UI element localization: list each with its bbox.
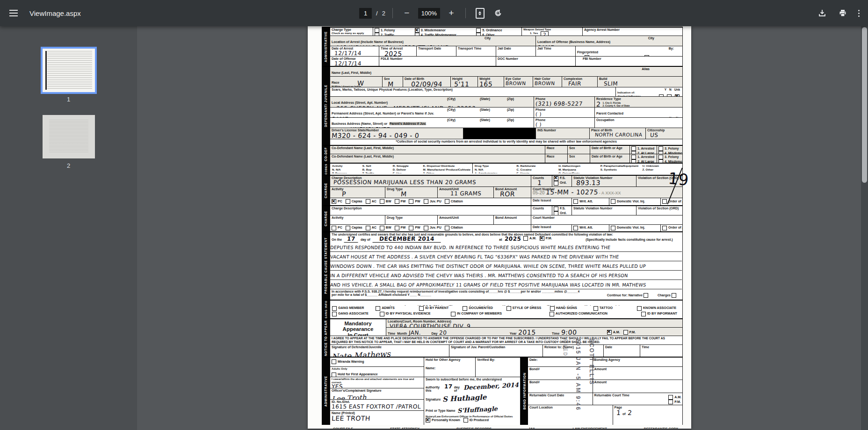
field-bond-1: Bond# Amount xyxy=(528,367,682,380)
checkbox-label: Identification Only xyxy=(591,56,619,56)
checkbox-icon xyxy=(637,306,642,311)
fit-to-page-button[interactable] xyxy=(473,6,487,20)
field-date-of-arrest: Date of Arrest12/17/14 xyxy=(330,46,379,56)
checkbox-icon xyxy=(366,226,370,230)
section-bar: PROBABLE CAUSE STATEMENT xyxy=(322,232,330,300)
costs-line-2: per mile for a total of $______ Affidavi… xyxy=(330,293,682,298)
thumbnail-label-1: 1 xyxy=(0,96,137,103)
section-bar: ADMINISTRATIVE xyxy=(322,358,330,425)
checkbox-icon xyxy=(631,151,636,154)
thumbnail-page-1[interactable] xyxy=(43,49,95,92)
ssn-collection-note: *Collection of social security numbers f… xyxy=(330,139,682,145)
field-warrant-type-1: PCCapiasACBWFWPWJuv. PUCitation xyxy=(330,198,531,205)
list-item: IN A DIFFERENT VEHICLE AND ADVISED THE C… xyxy=(330,271,683,280)
field-codef-status-1: 1. Arrested2. At Large xyxy=(630,146,657,154)
checkbox-item: DOCUMENTED xyxy=(463,306,503,311)
field-writ-att-2: Writ. Att. xyxy=(572,225,609,231)
checkbox-item: 6. Other xyxy=(476,33,517,36)
field-domestic-viol-1: Domestic Viol. Inj. xyxy=(609,198,661,205)
field-signature-juv-parent: Signature of Juv. Parent/Custodian xyxy=(449,345,543,357)
toolbar-center: 1 / 2 − 100% + xyxy=(359,6,505,20)
toolbar-divider xyxy=(465,8,466,18)
print-icon xyxy=(839,9,847,17)
checkbox-item: Personally Known xyxy=(426,418,460,423)
field-jail-date: Jail Date xyxy=(496,46,536,56)
scrollbar-thumb[interactable] xyxy=(862,27,867,183)
checkbox-label: Citation xyxy=(451,226,463,229)
checkbox-label: ID BY PARENT xyxy=(425,306,448,310)
field-charge-description-1: Charge DescriptionPOSSESSION MARIJUANA L… xyxy=(330,176,531,186)
checkbox-icon xyxy=(409,226,413,230)
checkbox-item: 1. Felony xyxy=(375,28,410,33)
field-violation-section-2: Violation of Section (ORD) xyxy=(637,206,682,215)
field-business-address: Business Address (Name, Street) or Paren… xyxy=(330,118,534,128)
checkbox-item: Identification Only xyxy=(585,55,639,56)
checkbox-icon xyxy=(332,359,336,364)
checkbox-icon xyxy=(585,55,589,56)
checkbox-label: Juv. PU xyxy=(430,200,441,203)
checkbox-item: STYLE OF DRESS xyxy=(506,306,547,311)
checkbox-item: 2. At Large xyxy=(631,159,655,163)
checkbox-label: ID Produced xyxy=(470,418,489,422)
field-codef-level-1: 3. Felony4. Misdemeanor5. Juvenile xyxy=(657,146,682,154)
checkbox-label: A.M. xyxy=(613,330,620,334)
checkbox-item: Hold for First Appearance xyxy=(332,373,378,377)
checkbox-item: Writ. Att. xyxy=(573,226,593,230)
scrollbar-track[interactable] xyxy=(861,26,868,430)
checkbox-item: Ord. xyxy=(554,181,570,186)
field-race: Race W-White I-American IndianB-Black A-… xyxy=(330,77,383,87)
field-adults-only: Adults OnlyHold for First AppearanceDo N… xyxy=(330,367,424,377)
thumbnail-page-2[interactable] xyxy=(43,115,95,158)
checkbox-item: A.M. xyxy=(668,395,681,400)
page-number-input[interactable]: 1 xyxy=(359,8,372,19)
field-date-of-birth: Date of Birth02/09/94 xyxy=(403,77,451,87)
checkbox-label: Personally Known xyxy=(432,418,460,422)
field-amount-unit-1: Amount/Unit11 GRAMS xyxy=(438,187,494,198)
checkbox-item: HAND SIGNS xyxy=(550,306,590,311)
checkbox-label: BW xyxy=(386,200,391,203)
field-transport-date: Transport Date xyxy=(417,46,456,56)
field-counts-1: Counts1 xyxy=(531,176,552,186)
list-item: SHERIFF'S RECORDS xyxy=(456,427,492,429)
checkbox-icon xyxy=(631,146,636,151)
checkbox-label: TATTOO xyxy=(600,306,613,310)
checkbox-label: FW xyxy=(401,200,406,203)
more-options-button[interactable] xyxy=(856,7,861,19)
checkbox-label: 3. Felony xyxy=(665,155,679,159)
field-officer-signature: Officer's/Complainant SignatureLee Troth xyxy=(330,388,424,400)
checkbox-item: Juv. PU xyxy=(424,226,441,230)
court-number-preprint: 05-20 xyxy=(533,190,545,195)
checkbox-label: HAND SIGNS xyxy=(556,306,577,310)
zoom-level-input[interactable]: 100% xyxy=(418,8,440,19)
field-charge-type: Charge Type Check as many as apply xyxy=(330,28,373,36)
checkbox-item: PW xyxy=(409,226,420,230)
checkbox-icon xyxy=(641,312,646,316)
section-co-defendant: CO-DEF Co-Defendant Name (Last, First, M… xyxy=(322,145,683,163)
checkbox-icon xyxy=(415,33,420,36)
checkbox-icon xyxy=(415,28,420,33)
rotate-button[interactable] xyxy=(491,6,505,20)
checkbox-label: Order of Arrest xyxy=(668,226,682,229)
checkbox-label: AC xyxy=(372,200,376,203)
field-parent-contacted: Parent Contacted YN xyxy=(595,108,682,117)
checkbox-icon xyxy=(593,306,598,311)
zoom-out-button[interactable]: − xyxy=(400,6,414,20)
checkbox-icon xyxy=(659,94,664,96)
print-button[interactable] xyxy=(836,6,850,20)
checkbox-item: P.M. xyxy=(540,236,552,241)
menu-icon[interactable] xyxy=(4,4,23,22)
field-domestic-viol-2: Domestic Viol. Inj. xyxy=(609,225,661,231)
field-bond-2: Bond# Amount xyxy=(528,380,682,393)
checkbox-item: PC xyxy=(332,226,342,230)
list-item: LAW ENFORCEMENT xyxy=(572,427,607,429)
zoom-in-button[interactable]: + xyxy=(444,6,458,20)
field-counts-2: Counts xyxy=(531,206,552,215)
thumbnail-label-2: 2 xyxy=(0,162,137,169)
field-bond-amount-2: Bond Amount xyxy=(494,215,531,224)
section-bar: CODES xyxy=(322,164,330,175)
download-button[interactable] xyxy=(815,6,829,20)
field-bond-date-agency: Date: Bonding Agency xyxy=(528,358,682,367)
field-location-of-offense: Location of Offense (Business Name, Addr… xyxy=(536,36,682,46)
thumbnail-content xyxy=(49,120,88,153)
checkbox-icon xyxy=(395,226,399,230)
